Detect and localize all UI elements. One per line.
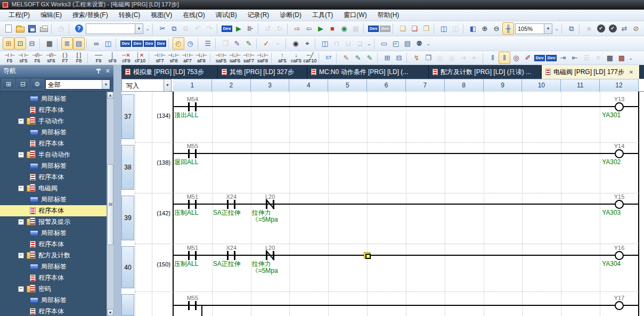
tree-item-program[interactable]: 程序本体 bbox=[0, 205, 113, 216]
device-display-replace-button[interactable]: Dev bbox=[545, 52, 557, 64]
watch-window-2-button[interactable]: ◷ bbox=[184, 37, 196, 50]
expander-icon[interactable]: − bbox=[18, 152, 24, 158]
zoom-out-button[interactable]: ⊖ bbox=[491, 22, 502, 35]
ladder-display-format-button[interactable]: ⫴ bbox=[487, 52, 499, 64]
label-editor-button[interactable]: ▭ bbox=[378, 37, 390, 50]
find-next-device-button[interactable]: ◎ bbox=[446, 52, 458, 64]
no-contact[interactable] bbox=[195, 200, 197, 209]
document-tab[interactable]: 配方及计数 [PRG] [LD] (只读) ... bbox=[429, 65, 542, 79]
menu-item[interactable]: 转换(C) bbox=[113, 9, 146, 21]
tree-item-folder[interactable]: −手动动作 bbox=[0, 116, 113, 127]
save-project-button[interactable] bbox=[26, 22, 38, 35]
menu-item[interactable]: 记录(R) bbox=[242, 9, 275, 21]
ladder-canvas[interactable]: 37(134)M54顶出ALLY13YA30138(138)M55退回ALLY1… bbox=[121, 92, 644, 316]
no-contact[interactable] bbox=[195, 149, 197, 158]
print-button[interactable] bbox=[38, 22, 50, 35]
keyword-search-combobox[interactable]: ▾ bbox=[86, 23, 143, 34]
rung-number-cell[interactable]: 39 bbox=[121, 196, 134, 240]
no-contact[interactable] bbox=[188, 102, 190, 111]
menu-item[interactable]: 视图(V) bbox=[145, 9, 177, 21]
paste-button[interactable]: ⧉ bbox=[180, 22, 192, 35]
user-setting-button[interactable]: ⚉ bbox=[413, 37, 425, 50]
next-window-button[interactable]: ↻ bbox=[274, 22, 286, 35]
no-contact[interactable] bbox=[188, 251, 190, 260]
inline-edit-button[interactable]: ✎ bbox=[243, 37, 255, 50]
mode-dropdown-icon[interactable]: ▾ bbox=[164, 79, 172, 92]
toolbar-options-icon[interactable]: ⌄ bbox=[144, 26, 151, 31]
expander-icon[interactable]: − bbox=[18, 219, 24, 225]
tree-item-folder[interactable]: −半自动动作 bbox=[0, 149, 113, 160]
rising-pulse-branch-button[interactable]: ⊣↑⊢aF7 bbox=[181, 52, 194, 64]
menu-item[interactable]: 诊断(D) bbox=[274, 9, 307, 21]
check-program-button[interactable]: ✔ bbox=[595, 22, 607, 35]
close-icon[interactable]: ✕ bbox=[629, 69, 633, 75]
pulse-conversion-button[interactable]: ↑aF5 bbox=[275, 52, 289, 64]
tree-item-label[interactable]: 局部标签 bbox=[0, 93, 113, 104]
zoom-options-icon[interactable]: ⌄ bbox=[553, 26, 560, 31]
document-tab[interactable]: 电磁阀 [PRG] [LD] 177步✕ bbox=[542, 65, 640, 79]
no-contact[interactable] bbox=[188, 200, 190, 209]
tree-item-label[interactable]: 局部标签 bbox=[0, 228, 113, 239]
zoom-level-combobox[interactable]: 105%▾ bbox=[515, 23, 552, 34]
row2-options-2-icon[interactable]: ⌄ bbox=[425, 41, 431, 46]
tree-item-label[interactable]: 局部标签 bbox=[0, 127, 113, 138]
open-window-list-button[interactable]: ◫ bbox=[319, 37, 331, 50]
tree-collapse-button[interactable]: ⊟ bbox=[17, 79, 29, 90]
document-tab[interactable]: MC:N0 动作条件 [PRG] [LD] (... bbox=[307, 65, 429, 79]
new-project-button[interactable] bbox=[3, 22, 14, 35]
horizontal-line-button[interactable]: ──F9 bbox=[92, 52, 105, 64]
tree-display-button[interactable]: ⊞ bbox=[2, 79, 15, 90]
rising-pulse-close-button[interactable]: ⊣↑⊢saF5 bbox=[214, 52, 228, 64]
tile-vertically-button[interactable]: ⊔ bbox=[343, 37, 354, 50]
tile-horizontally-button[interactable]: ⊓ bbox=[331, 37, 343, 50]
window-switch-button[interactable]: ⧉ bbox=[566, 22, 577, 35]
delete-vertical-line-button[interactable]: │✕cF10 bbox=[133, 52, 147, 64]
io-system-setting-button[interactable]: ✓ bbox=[260, 37, 272, 50]
monitor-watch-button[interactable]: ◉ bbox=[338, 22, 350, 35]
no-contact[interactable] bbox=[195, 102, 197, 111]
no-contact[interactable] bbox=[188, 301, 190, 310]
no-contact[interactable] bbox=[234, 200, 235, 209]
screen-monitor-off-button[interactable]: ◫ bbox=[450, 22, 461, 35]
monitor-start-button[interactable]: ▶ bbox=[315, 22, 327, 35]
watch-window-1-button[interactable]: ◴ bbox=[173, 37, 184, 50]
menu-item[interactable]: 工程(P) bbox=[3, 9, 35, 21]
contact-coil-search-button[interactable]: ⊪ bbox=[244, 22, 256, 35]
expander-icon[interactable]: − bbox=[18, 253, 24, 258]
monitor-stop-button[interactable]: ■ bbox=[327, 22, 338, 35]
no-contact[interactable] bbox=[195, 301, 197, 310]
falling-pulse-close-branch-button[interactable]: ⊣↓⊢saF8 bbox=[256, 52, 270, 64]
redo-button[interactable]: ↷ bbox=[203, 22, 215, 35]
pulse-conversion-close-button[interactable]: ↓caF5 bbox=[289, 52, 303, 64]
device-display-search-button[interactable]: Dev bbox=[534, 52, 545, 64]
device-monitor-button[interactable]: Dev bbox=[368, 22, 379, 35]
open-project-button[interactable] bbox=[14, 22, 26, 35]
expander-icon[interactable]: − bbox=[18, 286, 24, 292]
device-batch-monitor-button[interactable]: Dev bbox=[155, 37, 167, 50]
print-color-setting-button[interactable]: ✎ bbox=[231, 37, 243, 50]
tree-item-program[interactable]: 程序本体 bbox=[0, 306, 113, 316]
menu-item[interactable]: 在线(O) bbox=[177, 9, 210, 21]
menu-item[interactable]: 帮助(H) bbox=[372, 9, 405, 21]
display-setting-button[interactable]: ◉ bbox=[290, 37, 301, 50]
expander-icon[interactable]: − bbox=[18, 118, 24, 124]
inline-st-box-button[interactable]: ST bbox=[323, 52, 335, 64]
no-contact[interactable] bbox=[227, 200, 229, 209]
tree-item-program[interactable]: 程序本体 bbox=[0, 172, 113, 183]
write-to-plc-button[interactable]: ⇨ bbox=[291, 22, 303, 35]
screen-edit-button[interactable]: ◧ bbox=[467, 22, 479, 35]
local-label-list-button[interactable]: ▤ bbox=[402, 37, 413, 50]
tree-filter-combobox[interactable]: 全部 ▾ bbox=[45, 79, 110, 90]
device-comment-edit-button[interactable]: ❏ bbox=[409, 22, 420, 35]
copy-button[interactable]: ⧉ bbox=[168, 22, 180, 35]
statement-align-button[interactable]: ☰ bbox=[581, 52, 592, 64]
output-coil[interactable] bbox=[615, 102, 624, 111]
find-button[interactable]: ∞ bbox=[91, 37, 102, 50]
device-search-button[interactable]: Dev bbox=[221, 22, 233, 35]
device-comment-list-button[interactable]: ▤ bbox=[73, 37, 85, 50]
contact-comment-edit-button[interactable]: ✎ bbox=[352, 52, 364, 64]
contact-device-grid-button[interactable]: ⊞ bbox=[381, 52, 393, 64]
read-mode-rack-button[interactable]: ▩ bbox=[604, 52, 616, 64]
row2-options-icon[interactable]: ⌄ bbox=[366, 41, 372, 46]
panel-splitter[interactable] bbox=[113, 65, 121, 316]
